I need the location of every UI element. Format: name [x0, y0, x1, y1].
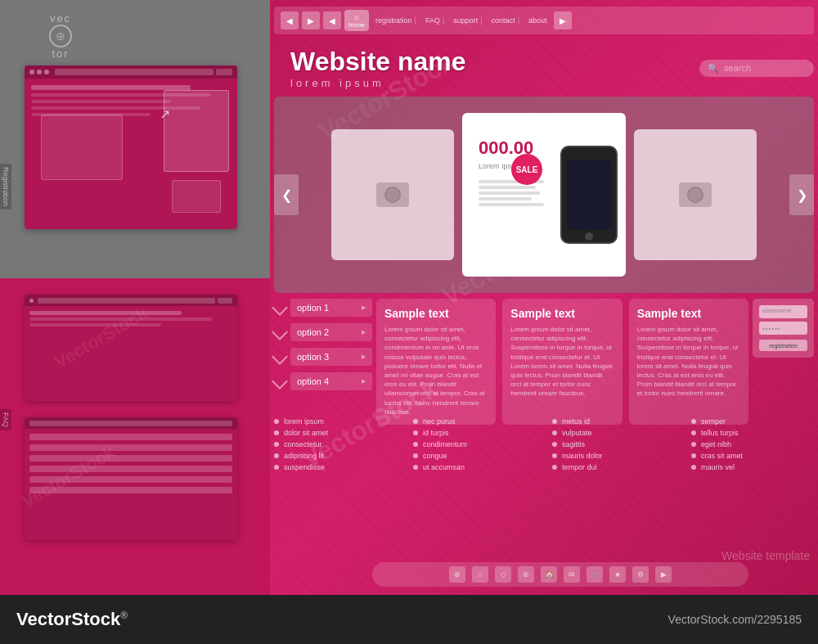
- list-item-2-2: id turpis: [413, 429, 536, 437]
- nav-link-faq[interactable]: FAQ: [422, 15, 447, 26]
- camera-icon-right: [679, 182, 712, 207]
- camera-icon-left: [376, 182, 409, 207]
- content-box-3: Sample text Lorem ipsum dolor sit amet, …: [629, 299, 748, 425]
- tool-icon-9[interactable]: ⚙: [632, 566, 649, 583]
- login-username[interactable]: username: [759, 305, 807, 318]
- bullet-3-4: [552, 453, 557, 458]
- phone-illustration: [560, 146, 618, 244]
- bullet-4-3: [691, 442, 696, 447]
- list-section: lorem ipsum dolor sit amet consectetur a…: [274, 417, 814, 475]
- list-item-3-4: mauris dolor: [552, 452, 675, 460]
- left-sidebar: vec ⊕ tor: [0, 0, 270, 595]
- bullet-4-1: [691, 419, 696, 424]
- tool-icon-6[interactable]: ✉: [564, 566, 580, 583]
- header-section: Website name lorem ipsum 🔍 search: [274, 39, 814, 97]
- list-col-1: lorem ipsum dolor sit amet consectetur a…: [274, 417, 397, 475]
- content-box-1: Sample text Lorem ipsum dolor sit amet, …: [376, 299, 496, 425]
- cursor-icon: ↗: [160, 106, 170, 122]
- login-password[interactable]: ••••••: [759, 322, 807, 335]
- nav-link-registration[interactable]: registration: [372, 15, 420, 26]
- nav-btn-2[interactable]: ▶: [302, 11, 320, 29]
- nav-link-support[interactable]: support: [450, 15, 485, 26]
- carousel-slides: 000.00 Lorem Ipsum: [299, 97, 789, 293]
- option-2-arrow: [272, 324, 288, 340]
- vs-logo-text: vec: [49, 12, 72, 25]
- option-3-label[interactable]: option 3: [290, 348, 372, 366]
- bullet-2-4: [413, 453, 418, 458]
- next-arrow[interactable]: ❯: [789, 174, 814, 215]
- bullet-2-3: [413, 442, 418, 447]
- bullet-2-2: [413, 430, 418, 435]
- mock-window-1: [25, 65, 237, 229]
- main-content-area: VectorStock VectorStock VectorStock ◀ ▶ …: [270, 0, 818, 595]
- list-item-3-2: vulputate: [552, 429, 675, 437]
- nav-bar: ◀ ▶ ◀ ⌂ home registration FAQ support co…: [274, 7, 814, 34]
- list-col-4: semper tellus turpis eget nibh cras sit …: [691, 417, 814, 475]
- nav-btn-end[interactable]: ▶: [554, 11, 572, 29]
- search-placeholder[interactable]: search: [724, 63, 751, 73]
- tool-icon-3[interactable]: ◇: [495, 566, 511, 583]
- option-1-label[interactable]: option 1: [290, 299, 372, 317]
- tool-icon-10[interactable]: ▶: [655, 566, 672, 583]
- list-item-2-3: condimentum: [413, 440, 536, 448]
- option-3-arrow: [272, 349, 288, 365]
- tool-icon-8[interactable]: ★: [609, 566, 626, 583]
- content-box-1-title: Sample text: [384, 307, 488, 320]
- bullet-4-5: [691, 465, 696, 470]
- target-icon: ⊕: [49, 25, 72, 47]
- site-name: Website name: [290, 47, 699, 77]
- faq-edge-label[interactable]: FAQ: [0, 409, 11, 430]
- vs-logo-bottom: tor: [49, 47, 72, 60]
- option-3-item[interactable]: option 3: [274, 348, 372, 366]
- option-2-item[interactable]: option 2: [274, 323, 372, 341]
- nav-link-contact[interactable]: contact: [488, 15, 523, 26]
- nav-btn-3[interactable]: ◀: [323, 11, 341, 29]
- list-item-4-5: mauris vel: [691, 463, 814, 471]
- option-4-label[interactable]: option 4: [290, 372, 372, 390]
- tool-icon-7[interactable]: 🛒: [587, 566, 603, 583]
- content-box-2: Sample text Lorem ipsum dolor sit amet, …: [502, 299, 622, 425]
- nav-btn-1[interactable]: ◀: [281, 11, 299, 29]
- list-item-2-5: ut accumsan: [413, 463, 536, 471]
- nav-link-about[interactable]: about: [525, 15, 551, 26]
- tool-icon-4[interactable]: ⊛: [518, 566, 534, 583]
- phone-screen: [567, 160, 611, 229]
- login-button[interactable]: registration: [759, 340, 807, 351]
- bullet-3-1: [552, 419, 557, 424]
- option-4-item[interactable]: option 4: [274, 372, 372, 390]
- option-4-arrow: [272, 373, 288, 390]
- bottom-bar: VectorStock® VectorStock.com/2295185: [0, 595, 818, 644]
- content-box-2-title: Sample text: [510, 307, 614, 320]
- bullet-1-5: [274, 465, 279, 470]
- site-title: Website name lorem ipsum: [290, 47, 699, 89]
- bullet-2-1: [413, 419, 418, 424]
- site-tagline: lorem ipsum: [290, 77, 699, 89]
- list-item-3-3: sagittis: [552, 440, 675, 448]
- list-item-1-4: adipiscing lit: [274, 452, 397, 460]
- option-2-label[interactable]: option 2: [290, 323, 372, 341]
- content-boxes: Sample text Lorem ipsum dolor sit amet, …: [376, 299, 748, 425]
- bullet-1-1: [274, 419, 279, 424]
- registration-edge-label[interactable]: Registration: [0, 164, 11, 209]
- content-box-3-text: Lorem ipsum dolor sit amet, consectetur …: [637, 325, 740, 399]
- prev-arrow[interactable]: ❮: [274, 174, 299, 215]
- bullet-1-4: [274, 453, 279, 458]
- mock-window-3: [25, 417, 237, 540]
- search-box[interactable]: 🔍 search: [699, 60, 814, 77]
- slide-card-right: [634, 129, 757, 260]
- tool-icon-2[interactable]: ☆: [472, 566, 488, 583]
- bottom-logo: VectorStock®: [16, 609, 128, 630]
- vs-logo-area: vec ⊕ tor: [49, 12, 72, 60]
- option-1-arrow: [272, 299, 288, 316]
- left-top-section: vec ⊕ tor: [0, 0, 270, 278]
- bullet-4-2: [691, 430, 696, 435]
- option-1-item[interactable]: option 1: [274, 299, 372, 317]
- list-item-2-1: nec purus: [413, 417, 536, 426]
- list-item-4-2: tellus turpis: [691, 429, 814, 437]
- tool-icon-5[interactable]: 🏠: [541, 566, 557, 583]
- nav-links: registration FAQ support contact about: [372, 15, 551, 26]
- home-button[interactable]: ⌂ home: [344, 10, 369, 31]
- bullet-1-2: [274, 430, 279, 435]
- list-item-1-5: suspendisse: [274, 463, 397, 471]
- tool-icon-1[interactable]: ⊕: [449, 566, 465, 583]
